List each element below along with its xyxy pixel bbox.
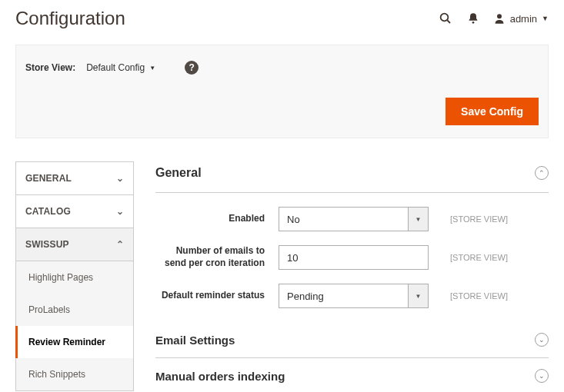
config-sidebar: GENERAL ⌄ CATALOG ⌄ SWISSUP ⌃ Highlight … bbox=[15, 161, 134, 392]
sidebar-section-catalog[interactable]: CATALOG ⌄ bbox=[16, 195, 133, 228]
sidebar-section-general[interactable]: GENERAL ⌄ bbox=[16, 162, 133, 195]
expand-icon: ⌄ bbox=[535, 369, 549, 383]
sidebar-section-swissup[interactable]: SWISSUP ⌃ bbox=[16, 228, 133, 261]
store-view-value: Default Config bbox=[86, 62, 145, 73]
sidebar-item-rich-snippets[interactable]: Rich Snippets bbox=[16, 358, 133, 390]
enabled-select[interactable]: No ▼ bbox=[279, 207, 429, 231]
svg-point-3 bbox=[497, 14, 502, 18]
section-header-general[interactable]: General ⌃ bbox=[155, 161, 549, 193]
field-label-num-emails: Number of emails to send per cron iterat… bbox=[155, 245, 279, 269]
chevron-down-icon: ▼ bbox=[149, 65, 155, 71]
svg-line-1 bbox=[447, 20, 450, 23]
scope-label: [STORE VIEW] bbox=[450, 214, 508, 224]
sidebar-item-highlight-pages[interactable]: Highlight Pages bbox=[16, 261, 133, 294]
sidebar-section-label: SWISSUP bbox=[25, 239, 69, 250]
num-emails-input[interactable] bbox=[279, 245, 429, 270]
store-view-label: Store View: bbox=[25, 62, 75, 73]
default-status-select[interactable]: Pending ▼ bbox=[279, 284, 429, 308]
scope-label: [STORE VIEW] bbox=[450, 253, 508, 262]
save-config-button[interactable]: Save Config bbox=[446, 98, 539, 125]
store-view-selector[interactable]: Default Config ▼ bbox=[86, 62, 155, 73]
section-title: General bbox=[155, 166, 202, 180]
help-icon[interactable]: ? bbox=[185, 61, 199, 75]
user-menu[interactable]: admin ▼ bbox=[493, 12, 549, 25]
section-title: Email Settings bbox=[155, 334, 235, 347]
svg-point-0 bbox=[440, 14, 448, 22]
svg-point-2 bbox=[472, 22, 474, 24]
scope-label: [STORE VIEW] bbox=[450, 291, 508, 301]
enabled-select-value: No bbox=[279, 208, 408, 231]
chevron-down-icon: ⌄ bbox=[116, 206, 124, 217]
chevron-down-icon: ⌄ bbox=[116, 173, 124, 184]
sidebar-item-review-reminder[interactable]: Review Reminder bbox=[15, 326, 133, 358]
default-status-select-value: Pending bbox=[279, 284, 408, 307]
sidebar-item-prolabels[interactable]: ProLabels bbox=[16, 294, 133, 326]
section-header-email-settings[interactable]: Email Settings ⌄ bbox=[155, 322, 549, 358]
page-title: Configuration bbox=[15, 8, 125, 29]
collapse-icon: ⌃ bbox=[535, 166, 549, 180]
chevron-down-icon: ▼ bbox=[408, 208, 428, 231]
notifications-icon[interactable] bbox=[466, 11, 481, 26]
sidebar-section-label: GENERAL bbox=[25, 173, 72, 184]
field-label-default-status: Default reminder status bbox=[155, 290, 279, 302]
section-header-manual-indexing[interactable]: Manual orders indexing ⌄ bbox=[155, 358, 549, 392]
user-icon bbox=[493, 12, 506, 25]
chevron-down-icon: ▼ bbox=[542, 15, 549, 22]
user-name: admin bbox=[510, 13, 537, 25]
section-title: Manual orders indexing bbox=[155, 370, 285, 383]
chevron-up-icon: ⌃ bbox=[116, 239, 124, 250]
sidebar-section-label: CATALOG bbox=[25, 206, 71, 217]
field-label-enabled: Enabled bbox=[155, 213, 279, 225]
search-icon[interactable] bbox=[438, 11, 453, 26]
chevron-down-icon: ▼ bbox=[408, 284, 428, 307]
expand-icon: ⌄ bbox=[535, 333, 549, 347]
